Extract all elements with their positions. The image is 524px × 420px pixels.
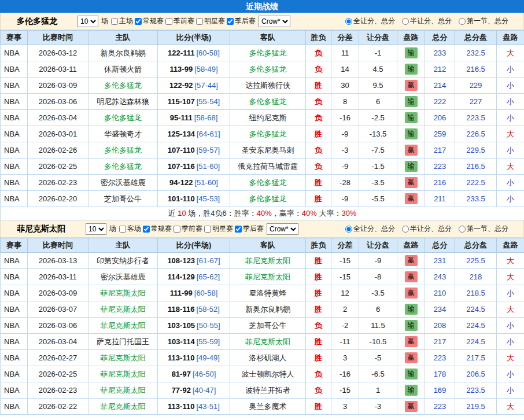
games-count-select[interactable]: 10 — [78, 16, 98, 27]
home-team-cell[interactable]: 印第安纳步行者 — [88, 253, 158, 269]
total-line-cell: 206.5 — [455, 366, 497, 382]
home-team-cell[interactable]: 菲尼克斯太阳 — [88, 301, 158, 318]
away-team-cell[interactable]: 圣安东尼奥马刺 — [230, 142, 306, 159]
checkbox-input[interactable] — [227, 18, 234, 25]
home-team-cell[interactable]: 多伦多猛龙 — [88, 159, 158, 175]
final-score: 114-129 — [168, 272, 195, 281]
radio-input[interactable] — [402, 226, 409, 233]
home-team-cell[interactable]: 休斯顿火箭 — [88, 61, 158, 78]
checkbox-input[interactable] — [119, 226, 126, 233]
home-team-cell[interactable]: 菲尼克斯太阳 — [88, 318, 158, 334]
score-cell: 95-111[58-68] — [158, 110, 230, 126]
odds-mode-radio[interactable]: 第一节、总分 — [459, 224, 508, 234]
radio-input[interactable] — [402, 18, 409, 25]
league-cell: NBA — [1, 78, 28, 94]
checkbox-input[interactable] — [235, 226, 242, 233]
away-team-cell[interactable]: 多伦多猛龙 — [230, 175, 306, 191]
away-team-cell[interactable]: 菲尼克斯太阳 — [230, 253, 306, 269]
odds-mode-radio[interactable]: 半让分、总分 — [402, 224, 452, 234]
table-header-row: 赛事比赛时间主队比分(半场)客队胜负分差让分盘盘路总分总分盘盘路 — [1, 31, 524, 45]
date-cell: 2026-03-11 — [28, 269, 88, 285]
filter-checkbox[interactable]: 季后赛 — [235, 224, 264, 234]
home-team-cell[interactable]: 多伦多猛龙 — [88, 110, 158, 126]
games-count-select[interactable]: 10 — [86, 223, 106, 235]
away-team-cell[interactable]: 达拉斯独行侠 — [230, 78, 306, 94]
checkbox-input[interactable] — [165, 18, 172, 25]
away-team-cell[interactable]: 波士顿凯尔特人 — [230, 366, 306, 382]
away-team-cell[interactable]: 纽约尼克斯 — [230, 110, 306, 126]
summary-games-count: 10 — [178, 209, 186, 218]
table-row: NBA 2026-03-11 休斯顿火箭 113-99[58-49] 多伦多猛龙… — [1, 61, 524, 78]
handicap-result-badge: 输 — [405, 320, 418, 331]
filter-checkbox[interactable]: 季前赛 — [174, 224, 202, 234]
odds-mode-radio[interactable]: 半让分、总分 — [402, 16, 452, 26]
filter-checkbox[interactable]: 明星赛 — [204, 224, 233, 234]
handicap-result-cell: 赢 — [397, 350, 425, 366]
win-loss-cell: 负 — [306, 318, 331, 334]
checkbox-input[interactable] — [204, 226, 211, 233]
home-team-cell[interactable]: 多伦多猛龙 — [88, 142, 158, 159]
checkbox-input[interactable] — [111, 18, 118, 25]
home-team-cell[interactable]: 芝加哥公牛 — [88, 191, 158, 207]
bookmaker-select[interactable]: Crow* — [259, 16, 290, 27]
home-team-cell[interactable]: 明尼苏达森林狼 — [88, 94, 158, 110]
checkbox-input[interactable] — [174, 226, 180, 233]
home-team-cell[interactable]: 菲尼克斯太阳 — [88, 285, 158, 301]
handicap-result-badge: 赢 — [405, 80, 418, 91]
filter-checkbox[interactable]: 主场 — [111, 16, 133, 26]
filter-checkbox[interactable]: 常规赛 — [143, 224, 172, 234]
odds-mode-radio[interactable]: 全让分、总分 — [345, 16, 395, 26]
point-diff-cell: -15 — [331, 382, 359, 399]
radio-input[interactable] — [345, 226, 352, 233]
home-team-cell[interactable]: 菲尼克斯太阳 — [88, 366, 158, 382]
radio-input[interactable] — [459, 226, 466, 233]
away-team-cell[interactable]: 新奥尔良鹈鹕 — [230, 301, 306, 318]
total-line-cell: 232.5 — [455, 45, 497, 61]
away-team-cell[interactable]: 多伦多猛龙 — [230, 126, 306, 142]
table-row: NBA 2026-02-26 多伦多猛龙 107-110[59-57] 圣安东尼… — [1, 142, 524, 159]
away-team-cell[interactable]: 奥兰多魔术 — [230, 399, 306, 415]
filter-checkbox[interactable]: 明星赛 — [196, 16, 225, 26]
handicap-line-cell: -3.5 — [359, 285, 397, 301]
over-under-cell: 大 — [497, 159, 524, 175]
away-team-cell[interactable]: 洛杉矶湖人 — [230, 350, 306, 366]
odds-mode-radio[interactable]: 第一节、总分 — [459, 16, 508, 26]
bookmaker-select[interactable]: Crow* — [267, 223, 298, 235]
handicap-result-badge: 赢 — [405, 271, 418, 282]
home-team-cell[interactable]: 萨克拉门托国王 — [88, 334, 158, 350]
final-score: 113-110 — [168, 353, 194, 362]
away-team-cell[interactable]: 多伦多猛龙 — [230, 61, 306, 78]
away-team-cell[interactable]: 芝加哥公牛 — [230, 318, 306, 334]
home-team-cell[interactable]: 华盛顿奇才 — [88, 126, 158, 142]
filter-checkbox[interactable]: 常规赛 — [135, 16, 164, 26]
away-team-cell[interactable]: 多伦多猛龙 — [230, 45, 306, 61]
odds-mode-radio[interactable]: 全让分、总分 — [345, 224, 395, 234]
filter-checkbox[interactable]: 季前赛 — [165, 16, 194, 26]
away-team-cell[interactable]: 波特兰开拓者 — [230, 382, 306, 399]
home-team-cell[interactable]: 密尔沃基雄鹿 — [88, 269, 158, 285]
away-team-cell[interactable]: 菲尼克斯太阳 — [230, 334, 306, 350]
away-team-cell[interactable]: 多伦多猛龙 — [230, 191, 306, 207]
home-team-cell[interactable]: 菲尼克斯太阳 — [88, 350, 158, 366]
column-header: 盘路 — [497, 31, 524, 45]
radio-input[interactable] — [345, 18, 352, 25]
checkbox-input[interactable] — [135, 18, 142, 25]
filter-checkbox[interactable]: 客场 — [119, 224, 141, 234]
home-team-cell[interactable]: 密尔沃基雄鹿 — [88, 175, 158, 191]
home-team-cell[interactable]: 新奥尔良鹈鹕 — [88, 45, 158, 61]
away-team-cell[interactable]: 俄克拉荷马城雷霆 — [230, 159, 306, 175]
checkbox-input[interactable] — [196, 18, 203, 25]
win-loss-cell: 胜 — [306, 334, 331, 350]
filter-checkbox[interactable]: 季后赛 — [227, 16, 256, 26]
home-team-cell[interactable]: 菲尼克斯太阳 — [88, 399, 158, 415]
half-time-score: [40-47] — [193, 386, 216, 395]
radio-input[interactable] — [459, 18, 466, 25]
away-team-cell[interactable]: 夏洛特黄蜂 — [230, 285, 306, 301]
half-time-score: [45-53] — [197, 194, 220, 203]
final-score: 113-110 — [168, 402, 194, 411]
checkbox-input[interactable] — [143, 226, 150, 233]
away-team-cell[interactable]: 多伦多猛龙 — [230, 94, 306, 110]
home-team-cell[interactable]: 多伦多猛龙 — [88, 78, 158, 94]
away-team-cell[interactable]: 菲尼克斯太阳 — [230, 269, 306, 285]
home-team-cell[interactable]: 菲尼克斯太阳 — [88, 382, 158, 399]
